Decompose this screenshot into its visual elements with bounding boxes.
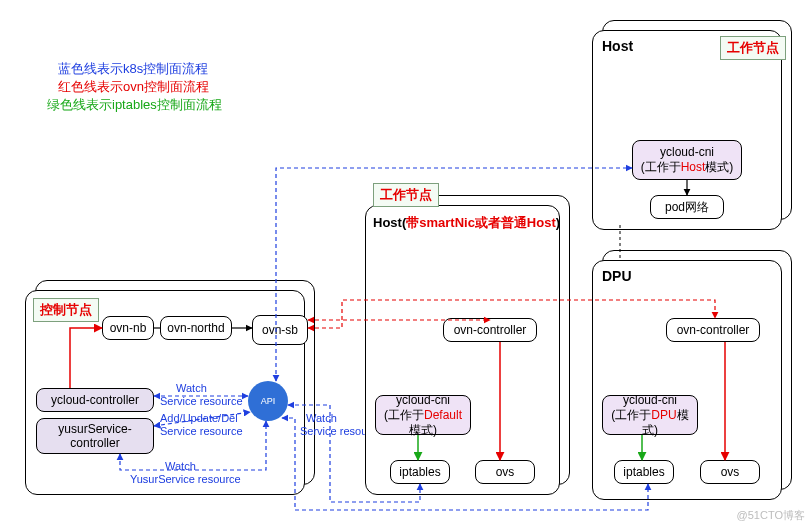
tag-control-node: 控制节点: [33, 298, 99, 322]
middle-title: Host(带smartNic或者普通Host): [373, 214, 560, 232]
k8s-api-icon: API: [248, 381, 288, 421]
middle-panel: [365, 205, 560, 495]
host-title: Host: [602, 38, 633, 54]
label-watch-1: Watch: [176, 382, 207, 394]
host-pod-net: pod网络: [650, 195, 724, 219]
legend-red: 红色线表示ovn控制面流程: [58, 78, 209, 96]
watermark: @51CTO博客: [737, 508, 805, 523]
label-watch-3: Watch: [306, 412, 337, 424]
label-svc-res-1: Service resource: [160, 395, 243, 407]
dpu-ovs: ovs: [700, 460, 760, 484]
legend-green: 绿色线表示iptables控制面流程: [47, 96, 222, 114]
label-yusur-res: YusurService resource: [130, 473, 241, 485]
label-svc-res-2: Service resource: [160, 425, 243, 437]
host-cni-box: ycloud-cni (工作于Host模式): [632, 140, 742, 180]
middle-ovs: ovs: [475, 460, 535, 484]
yusur-service-controller-box: yusurService-controller: [36, 418, 154, 454]
dpu-title: DPU: [602, 268, 632, 284]
dpu-iptables: iptables: [614, 460, 674, 484]
ovn-sb-box: ovn-sb: [252, 315, 308, 345]
dpu-cni-box: ycloud-cni (工作于DPU模式): [602, 395, 698, 435]
k8s-api-label: API: [261, 396, 276, 406]
label-watch-2: Watch: [165, 460, 196, 472]
legend-blue: 蓝色线表示k8s控制面流程: [58, 60, 208, 78]
tag-worker-host: 工作节点: [720, 36, 786, 60]
ovn-nb-box: ovn-nb: [102, 316, 154, 340]
middle-cni-box: ycloud-cni (工作于Default模式): [375, 395, 471, 435]
middle-iptables: iptables: [390, 460, 450, 484]
label-add-update-del: Add/Update/Del: [160, 412, 238, 424]
tag-worker-middle: 工作节点: [373, 183, 439, 207]
middle-ovn-controller: ovn-controller: [443, 318, 537, 342]
dpu-ovn-controller: ovn-controller: [666, 318, 760, 342]
ycloud-controller-box: ycloud-controller: [36, 388, 154, 412]
ovn-northd-box: ovn-northd: [160, 316, 232, 340]
